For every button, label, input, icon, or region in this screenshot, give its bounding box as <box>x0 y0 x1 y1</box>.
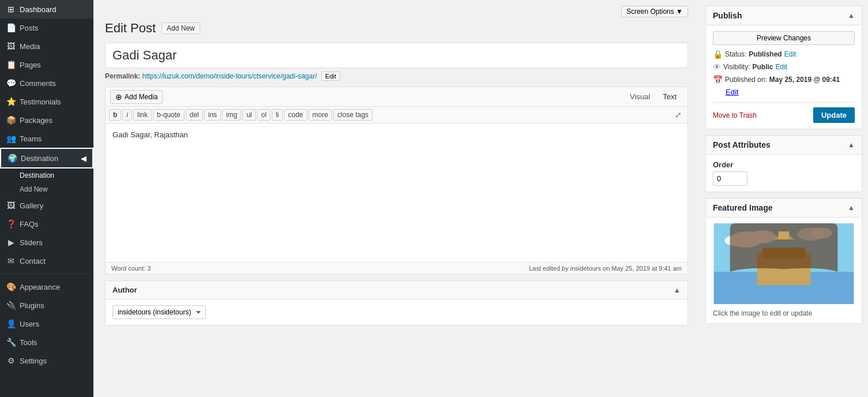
calendar-icon: 📅 <box>713 75 723 84</box>
tools-icon: 🔧 <box>6 338 16 347</box>
destination-icon: 🌍 <box>7 153 17 163</box>
media-icon: 🖼 <box>6 42 16 51</box>
expand-icon[interactable]: ⤢ <box>672 109 684 121</box>
sidebar-item-label: FAQs <box>20 220 39 229</box>
editor-format-bar: b i link b-quote del ins img ul ol li co… <box>106 107 687 123</box>
comments-icon: 💬 <box>6 78 16 88</box>
publish-actions: Move to Trash Update <box>713 102 855 123</box>
format-img-button[interactable]: img <box>222 109 241 121</box>
featured-image-meta-box: Featured Image ▲ <box>705 198 862 324</box>
sidebar-item-label: Posts <box>20 24 39 32</box>
post-title-box <box>105 43 688 68</box>
format-i-button[interactable]: i <box>122 109 132 121</box>
sidebar-item-label: Destination <box>21 154 58 163</box>
sidebar-item-gallery[interactable]: 🖼 Gallery <box>0 196 93 215</box>
publish-visibility-row: 👁 Visibility: Public Edit <box>713 62 855 72</box>
format-link-button[interactable]: link <box>133 109 152 121</box>
format-li-button[interactable]: li <box>272 109 283 121</box>
featured-image[interactable] <box>713 223 855 306</box>
format-del-button[interactable]: del <box>186 109 203 121</box>
gallery-icon: 🖼 <box>6 201 16 210</box>
editor-container: ⊕ Add Media Visual Text b i link b-quote… <box>105 87 688 275</box>
teams-icon: 👥 <box>6 134 16 143</box>
add-new-button[interactable]: Add New <box>161 23 200 34</box>
publish-date-row: 📅 Published on: May 25, 2019 @ 09:41 <box>713 75 855 84</box>
visibility-label: Visibility: <box>723 63 750 71</box>
format-bquote-button[interactable]: b-quote <box>153 109 185 121</box>
publish-box-title: Publish <box>713 11 742 20</box>
sidebar-item-destination[interactable]: 🌍 Destination ◀ <box>0 148 93 168</box>
sidebar-item-label: Gallery <box>20 201 43 210</box>
sidebar-item-label: Tools <box>20 338 37 347</box>
format-ins-button[interactable]: ins <box>204 109 221 121</box>
publish-status-row: 🔒 Status: Published Edit <box>713 50 855 59</box>
tab-visual[interactable]: Visual <box>623 89 656 104</box>
author-box-title: Author <box>112 286 137 294</box>
sidebar-item-media[interactable]: 🖼 Media <box>0 37 93 55</box>
pages-icon: 📋 <box>6 60 16 69</box>
sidebar-item-faqs[interactable]: ❓ FAQs <box>0 215 93 233</box>
format-code-button[interactable]: code <box>284 109 307 121</box>
publish-meta-box: Publish ▲ Preview Changes 🔒 Status: Publ… <box>705 6 862 129</box>
move-to-trash-link[interactable]: Move to Trash <box>713 111 757 119</box>
update-button[interactable]: Update <box>813 107 855 123</box>
format-b-button[interactable]: b <box>109 109 121 121</box>
format-ul-button[interactable]: ul <box>242 109 255 121</box>
post-attributes-meta-box: Post Attributes ▲ Order <box>705 135 862 192</box>
featured-image-header[interactable]: Featured Image ▲ <box>706 198 862 218</box>
sidebar-item-settings[interactable]: ⚙ Settings <box>0 351 93 370</box>
format-close-tags-button[interactable]: close tags <box>333 109 373 121</box>
format-ol-button[interactable]: ol <box>257 109 270 121</box>
sidebar-item-teams[interactable]: 👥 Teams <box>0 129 93 148</box>
permalink-link[interactable]: https://luzuk.com/demo/inside-tours/ctse… <box>142 72 317 80</box>
main-content: Screen Options ▼ Edit Post Add New Perma… <box>93 0 700 397</box>
sidebar-sub-add-new[interactable]: Add New <box>0 182 93 196</box>
post-title-input[interactable] <box>112 48 681 63</box>
faqs-icon: ❓ <box>6 219 16 229</box>
sidebar-item-appearance[interactable]: 🎨 Appearance <box>0 278 93 296</box>
last-edited: Last edited by insidetours on May 25, 20… <box>529 265 682 272</box>
sidebar-item-label: Testimonials <box>20 98 61 106</box>
post-attributes-header[interactable]: Post Attributes ▲ <box>706 136 862 155</box>
sidebar-item-users[interactable]: 👤 Users <box>0 314 93 333</box>
sidebar-item-label: Contact <box>20 257 46 265</box>
sidebar-item-label: Sliders <box>20 238 43 247</box>
sidebar-item-comments[interactable]: 💬 Comments <box>0 74 93 92</box>
status-edit-link[interactable]: Edit <box>784 50 796 58</box>
published-date-edit-link[interactable]: Edit <box>726 88 738 96</box>
dashboard-icon: ⊞ <box>6 5 16 14</box>
add-media-button[interactable]: ⊕ Add Media <box>110 90 163 104</box>
preview-changes-button[interactable]: Preview Changes <box>713 31 855 45</box>
sidebar-item-contact[interactable]: ✉ Contact <box>0 252 93 270</box>
featured-image-title: Featured Image <box>713 203 772 212</box>
sidebar-item-packages[interactable]: 📦 Packages <box>0 111 93 129</box>
screen-options-button[interactable]: Screen Options ▼ <box>621 6 688 17</box>
author-meta-box-header[interactable]: Author ▲ <box>106 281 687 299</box>
publish-meta-box-header[interactable]: Publish ▲ <box>706 6 862 25</box>
post-content-text: Gadi Sagar, Rajasthan <box>112 130 188 139</box>
published-label: Published on: <box>725 76 767 84</box>
order-input[interactable] <box>713 171 747 186</box>
author-select[interactable]: insidetours (insidetours) <box>112 305 206 319</box>
permalink-edit-button[interactable]: Edit <box>321 72 340 81</box>
sidebar-item-dashboard[interactable]: ⊞ Dashboard <box>0 0 93 18</box>
sidebar-item-label: Teams <box>20 134 42 143</box>
sidebar-item-plugins[interactable]: 🔌 Plugins <box>0 296 93 314</box>
contact-icon: ✉ <box>6 256 16 265</box>
post-attributes-collapse-icon: ▲ <box>848 141 855 149</box>
tab-text[interactable]: Text <box>656 89 683 104</box>
featured-image-body: Click the image to edit or update <box>706 218 862 323</box>
sidebar-item-tools[interactable]: 🔧 Tools <box>0 333 93 351</box>
visibility-edit-link[interactable]: Edit <box>775 63 787 71</box>
format-more-button[interactable]: more <box>309 109 332 121</box>
sidebar-item-pages[interactable]: 📋 Pages <box>0 55 93 74</box>
editor-content-area[interactable]: Gadi Sagar, Rajasthan <box>106 123 687 262</box>
sidebar-item-posts[interactable]: 📄 Posts <box>0 18 93 37</box>
sidebar-item-testimonials[interactable]: ⭐ Testimonials <box>0 92 93 111</box>
sliders-icon: ▶ <box>6 238 16 247</box>
post-attributes-body: Order <box>706 155 862 192</box>
status-icon: 🔒 <box>713 50 723 59</box>
sidebar-item-sliders[interactable]: ▶ Sliders <box>0 233 93 252</box>
plugins-icon: 🔌 <box>6 301 16 310</box>
sidebar-sub-destination[interactable]: Destination <box>0 168 93 182</box>
